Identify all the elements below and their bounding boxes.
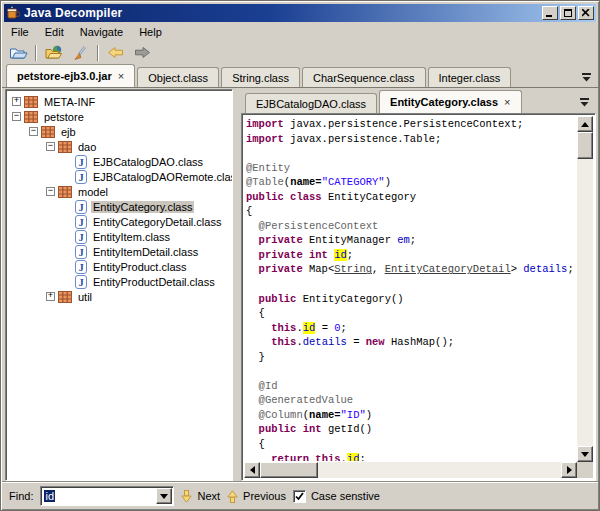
- tab-entitycategory-class[interactable]: EntityCategory.class×: [379, 90, 521, 113]
- menu-bar: File Edit Navigate Help: [3, 23, 597, 41]
- tab-list-dropdown-icon[interactable]: [581, 73, 592, 82]
- code-line: [246, 277, 576, 292]
- maximize-button[interactable]: [560, 6, 576, 20]
- back-button[interactable]: [103, 43, 129, 63]
- code-view[interactable]: import javax.persistence.PersistenceCont…: [246, 117, 576, 461]
- find-input[interactable]: id: [40, 486, 174, 506]
- collapse-icon[interactable]: −: [46, 187, 55, 196]
- next-label: Next: [197, 490, 220, 502]
- tree-item-label: EntityItem.class: [91, 231, 172, 243]
- collapse-icon[interactable]: −: [12, 112, 21, 121]
- vertical-scroll-thumb[interactable]: [577, 132, 593, 159]
- next-down-arrow-icon: [181, 490, 192, 503]
- java-class-icon: J: [75, 275, 87, 289]
- code-line: @GeneratedValue: [246, 393, 576, 408]
- java-cup-icon: [6, 6, 20, 20]
- svg-text:J: J: [78, 157, 83, 168]
- tree-item-ejbcatalogdaoremote-class[interactable]: JEJBCatalogDAORemote.class: [9, 169, 230, 184]
- tree-item-ejb[interactable]: −ejb: [9, 124, 230, 139]
- horizontal-scroll-thumb[interactable]: [260, 462, 318, 478]
- toolbar-separator: [35, 45, 37, 61]
- back-arrow-icon: [107, 46, 125, 59]
- menu-help[interactable]: Help: [131, 24, 170, 40]
- forward-button[interactable]: [129, 43, 155, 63]
- tab-close-icon[interactable]: ×: [118, 72, 124, 81]
- tab-ejbcatalogdao-class[interactable]: EJBCatalogDAO.class: [245, 93, 377, 113]
- vertical-scrollbar[interactable]: [577, 116, 593, 462]
- next-button[interactable]: Next: [181, 490, 220, 503]
- tree-item-entityitem-class[interactable]: JEntityItem.class: [9, 229, 230, 244]
- tree-item-util[interactable]: +util: [9, 289, 230, 304]
- open-file-button[interactable]: [5, 43, 31, 63]
- tree-item-label: META-INF: [42, 96, 97, 108]
- open-type-button[interactable]: [41, 43, 67, 63]
- check-icon: [295, 492, 304, 501]
- tab-string-class[interactable]: String.class: [221, 67, 300, 87]
- code-line: import javax.persistence.Table;: [246, 132, 576, 147]
- code-line: [246, 146, 576, 161]
- tree-item-entityitemdetail-class[interactable]: JEntityItemDetail.class: [9, 244, 230, 259]
- code-line: {: [246, 437, 576, 452]
- main-area: +META-INF−petstore−ejb−daoJEJBCatalogDAO…: [4, 89, 596, 481]
- svg-text:J: J: [78, 217, 83, 228]
- code-line: private Map<String, EntityCategoryDetail…: [246, 262, 576, 277]
- tab-charsequence-class[interactable]: CharSequence.class: [302, 67, 426, 87]
- code-line: @Table(name="CATEGORY"): [246, 175, 576, 190]
- code-line: private EntityManager em;: [246, 233, 576, 248]
- minimize-button[interactable]: [542, 6, 558, 20]
- search-button[interactable]: [67, 43, 93, 63]
- tree-item-model[interactable]: −model: [9, 184, 230, 199]
- tab-object-class[interactable]: Object.class: [137, 67, 219, 87]
- menu-edit[interactable]: Edit: [37, 24, 72, 40]
- scroll-left-icon[interactable]: [244, 462, 260, 478]
- menu-file[interactable]: File: [3, 24, 37, 40]
- tree-item-label: EntityCategoryDetail.class: [91, 216, 223, 228]
- tab-petstore-ejb3-0-jar[interactable]: petstore-ejb3.0.jar×: [6, 64, 135, 87]
- tree-item-entitycategory-class[interactable]: JEntityCategory.class: [9, 199, 230, 214]
- previous-button[interactable]: Previous: [227, 490, 286, 503]
- java-class-icon: J: [75, 200, 87, 214]
- tree-item-label: dao: [76, 141, 98, 153]
- previous-label: Previous: [243, 490, 286, 502]
- java-class-icon: J: [75, 170, 87, 184]
- code-line: return this.id;: [246, 452, 576, 461]
- tree-item-entitycategorydetail-class[interactable]: JEntityCategoryDetail.class: [9, 214, 230, 229]
- tree-item-dao[interactable]: −dao: [9, 139, 230, 154]
- split-handle[interactable]: [233, 89, 241, 481]
- java-class-icon: J: [75, 260, 87, 274]
- toolbar-separator: [97, 45, 99, 61]
- close-button[interactable]: [578, 6, 594, 20]
- window-title: Java Decompiler: [24, 6, 538, 20]
- package-icon: [24, 111, 38, 123]
- collapse-icon[interactable]: −: [46, 142, 55, 151]
- forward-arrow-icon: [133, 46, 151, 59]
- tree-item-petstore[interactable]: −petstore: [9, 109, 230, 124]
- tree-item-entityproductdetail-class[interactable]: JEntityProductDetail.class: [9, 274, 230, 289]
- tab-list-dropdown-icon[interactable]: [579, 98, 590, 107]
- tab-label: petstore-ejb3.0.jar: [17, 70, 112, 82]
- scroll-down-icon[interactable]: [577, 446, 593, 462]
- scroll-up-icon[interactable]: [577, 116, 593, 132]
- menu-navigate[interactable]: Navigate: [72, 24, 131, 40]
- package-icon: [41, 126, 55, 138]
- horizontal-scrollbar[interactable]: [244, 462, 577, 478]
- tree-item-entityproduct-class[interactable]: JEntityProduct.class: [9, 259, 230, 274]
- scroll-right-icon[interactable]: [561, 462, 577, 478]
- java-class-icon: J: [75, 155, 87, 169]
- tree-item-ejbcatalogdao-class[interactable]: JEJBCatalogDAO.class: [9, 154, 230, 169]
- collapse-icon[interactable]: −: [29, 127, 38, 136]
- tab-integer-class[interactable]: Integer.class: [428, 67, 512, 87]
- code-line: [246, 364, 576, 379]
- expand-icon[interactable]: +: [12, 97, 21, 106]
- code-line: }: [246, 350, 576, 365]
- case-sensitive-checkbox[interactable]: [293, 490, 306, 503]
- source-tab-bar: EJBCatalogDAO.classEntityCategory.class×: [241, 89, 596, 113]
- tab-close-icon[interactable]: ×: [504, 98, 510, 107]
- java-class-icon: J: [75, 215, 87, 229]
- find-dropdown-icon[interactable]: [156, 488, 172, 504]
- code-line: @PersistenceContext: [246, 219, 576, 234]
- tree-item-meta-inf[interactable]: +META-INF: [9, 94, 230, 109]
- title-bar: Java Decompiler: [4, 4, 596, 22]
- expand-icon[interactable]: +: [46, 292, 55, 301]
- tree-item-label: util: [76, 291, 94, 303]
